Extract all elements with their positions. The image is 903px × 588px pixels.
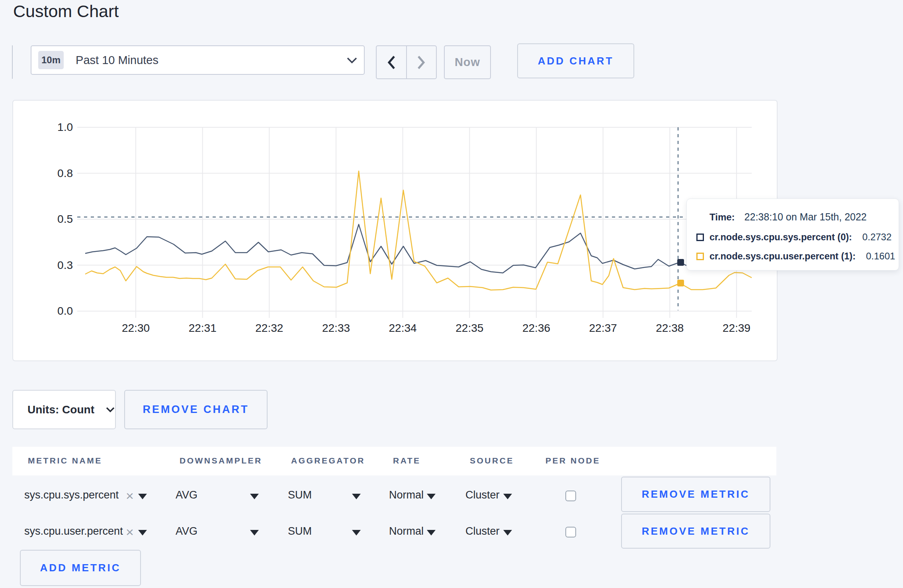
svg-text:0.5: 0.5 <box>57 213 73 225</box>
svg-text:22:31: 22:31 <box>189 322 217 334</box>
svg-text:22:37: 22:37 <box>589 322 617 334</box>
svg-text:1.0: 1.0 <box>57 121 73 133</box>
svg-text:22:39: 22:39 <box>723 322 751 334</box>
svg-text:22:32: 22:32 <box>255 322 283 334</box>
svg-text:22:30: 22:30 <box>122 322 150 334</box>
svg-text:0.8: 0.8 <box>57 167 73 179</box>
svg-text:22:38: 22:38 <box>656 322 684 334</box>
svg-text:22:34: 22:34 <box>389 322 417 334</box>
svg-text:22:35: 22:35 <box>455 322 483 334</box>
svg-text:22:36: 22:36 <box>522 322 550 334</box>
svg-text:0.3: 0.3 <box>57 259 73 271</box>
svg-text:0.0: 0.0 <box>57 305 73 317</box>
svg-text:22:33: 22:33 <box>322 322 350 334</box>
